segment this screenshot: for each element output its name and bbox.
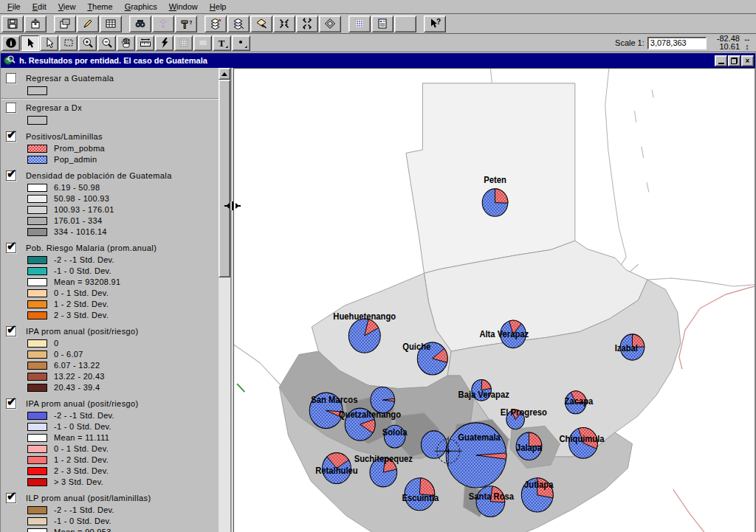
pie-huehuetenango[interactable] [348,319,380,353]
select-dots-button[interactable] [174,35,193,51]
zoom-previous-button[interactable] [319,15,341,32]
pointer-button[interactable] [21,35,39,51]
identify-button[interactable]: i [1,35,20,51]
legend-swatch [27,184,47,192]
save-button[interactable] [1,15,24,32]
zoom-out-fixed-button[interactable] [296,15,318,32]
select-rect-button[interactable] [59,35,78,51]
scale-area: Scale 1: [615,37,707,49]
view-title: h. Resultados por entidad. El caso de Gu… [19,56,714,65]
legend-item: 1 - 2 Std. Dev. [27,455,217,464]
pie-chimaltenango[interactable] [421,431,447,458]
theme-title[interactable]: ILP prom anual (posit/laminillas) [26,494,151,502]
zoom-full-button[interactable] [205,15,227,32]
minimize-button[interactable] [715,55,727,66]
legend-item: 100.93 - 176.01 [27,205,217,214]
menu-theme[interactable]: Theme [81,1,118,13]
legend-swatch [27,467,47,475]
theme-checkbox[interactable]: ✔ [6,243,16,253]
legend-editor-button[interactable] [371,15,394,32]
point-button[interactable] [232,35,250,51]
edit-legend-button[interactable] [77,15,99,32]
scrollbar-track[interactable] [219,277,230,532]
legend-label: -2 - -1 Std. Dev. [54,505,114,514]
menu-window[interactable]: Window [163,1,204,13]
theme-title[interactable]: IPA prom anual (posit/riesgo) [26,399,139,408]
measure-button[interactable] [136,35,154,51]
restore-button[interactable] [728,55,740,66]
text-button[interactable]: T [213,35,231,51]
menu-file[interactable]: File [1,1,27,13]
measure-icon [140,37,151,49]
table-of-contents: Regresar a GuatemalaRegresar a Dx✔Positi… [1,68,219,532]
map-view[interactable]: PetenHuehuetenangoQuicheAlta VerapazIzab… [233,68,755,532]
theme-title[interactable]: Regresar a Dx [26,103,82,112]
menu-view[interactable]: View [52,1,82,13]
view-titlebar[interactable]: h. Resultados por entidad. El caso de Gu… [1,53,755,68]
zoom-selected-button[interactable] [250,15,272,32]
toc-theme-7: ✔ILP prom anual (posit/laminillas)-2 - -… [1,489,219,532]
hotlink-button[interactable] [155,35,173,51]
theme-checkbox[interactable] [6,103,16,113]
legend-swatch [27,195,47,203]
theme-checkbox[interactable]: ✔ [6,170,16,181]
open-table-button[interactable] [100,15,122,32]
vertex-edit-button[interactable] [40,35,58,51]
menu-edit[interactable]: Edit [27,1,52,13]
locate-button[interactable] [152,15,174,32]
scale-input[interactable] [647,37,707,49]
zoom-out-button[interactable] [97,35,116,51]
theme-title[interactable]: Positivos/Laminillas [26,132,103,141]
scrollbar-thumb[interactable] [219,80,230,277]
theme-properties-button[interactable] [54,15,76,32]
theme-checkbox[interactable]: ✔ [6,326,16,336]
zoom-in-fixed-button[interactable] [273,15,295,32]
close-button[interactable]: × [741,55,754,66]
legend-swatch [27,350,47,359]
theme-title[interactable]: Pob. Riesgo Malaria (prom.anual) [26,243,157,252]
check-icon: ✔ [7,239,16,253]
theme-checkbox[interactable]: ✔ [6,131,16,142]
map-label-peten: Peten [484,175,506,184]
theme-button-swatch[interactable] [27,116,47,125]
select-features-button[interactable] [348,15,371,32]
toc-scrollbar[interactable] [219,68,230,532]
help-pointer-button[interactable]: ? [424,15,446,32]
pie-santa-rosa[interactable] [476,486,505,517]
pie-peten[interactable] [482,189,508,216]
theme-title[interactable]: IPA prom anual (posit/riesgo) [26,327,139,336]
legend-label: > 3 Std. Dev. [54,477,103,486]
map-label-baja-verapaz: Baja Verapaz [458,389,509,398]
legend-swatch [27,517,47,525]
legend-label: Mean = 90.953 [54,528,111,532]
map-label-suchitepequez: Suchitepequez [354,453,413,463]
blank-button[interactable] [394,15,416,32]
legend-item: 1 - 2 Std. Dev. [27,300,217,308]
query-builder-button[interactable]: ? [175,15,197,32]
scale-label: Scale 1: [615,38,645,47]
menu-help[interactable]: Help [204,1,233,13]
map-label-chiquimula: Chiquimula [559,434,605,443]
legend-swatch [27,156,47,164]
theme-checkbox[interactable] [6,73,16,83]
legend-label: 20.43 - 39.4 [54,383,100,392]
theme-title[interactable]: Regresar a Guatemala [26,74,114,83]
y-coordinate: 10.61 [719,43,740,51]
zoom-in-button[interactable] [78,35,97,51]
zoom-active-button[interactable] [227,15,250,32]
toc-theme-5: ✔IPA prom anual (posit/riesgo)00 - 6.076… [1,322,219,395]
faded-tool-button[interactable] [193,35,212,51]
theme-title[interactable]: Densidad de población de Guatemala [26,171,172,180]
theme-checkbox[interactable]: ✔ [6,493,16,503]
theme-checkbox[interactable]: ✔ [6,398,16,409]
menu-graphics[interactable]: Graphics [119,1,163,13]
map-label-solola: Solola [382,427,408,437]
scroll-up-button[interactable] [219,68,230,80]
main-toolbar: ?? [0,14,756,34]
pan-button[interactable] [117,35,135,51]
toc-theme-0: Regresar a Guatemala [1,69,219,99]
add-theme-button[interactable] [24,15,47,32]
legend-swatch [27,278,47,286]
find-button[interactable] [129,15,151,32]
theme-button-swatch[interactable] [27,86,47,95]
